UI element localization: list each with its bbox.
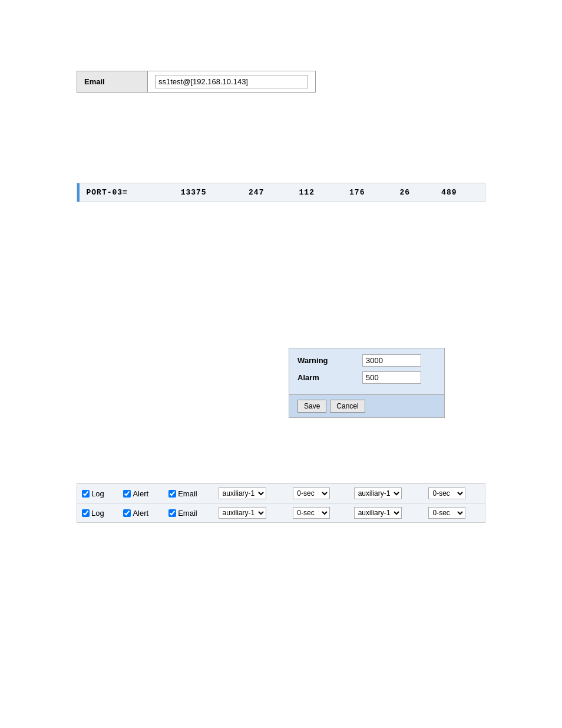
select2-container-2: 0-sec 10-sec 30-sec 60-sec <box>293 507 344 519</box>
time-select-1-1[interactable]: 0-sec 10-sec 30-sec 60-sec <box>293 487 330 499</box>
email-group-2: Email <box>168 509 209 518</box>
email-label: Email <box>77 71 148 93</box>
select1-cell-2: auxiliary-1 auxiliary-2 auxiliary-3 <box>214 503 289 523</box>
select4-cell-2: 0-sec 10-sec 30-sec 60-sec <box>424 503 485 523</box>
time-select-2-1[interactable]: 0-sec 10-sec 30-sec 60-sec <box>428 487 465 499</box>
cancel-button[interactable]: Cancel <box>330 400 365 413</box>
alarm-row: Alarm <box>297 371 436 384</box>
select3-cell-2: auxiliary-1 auxiliary-2 auxiliary-3 <box>349 503 424 523</box>
email-group-1: Email <box>168 489 209 498</box>
auxiliary-select-2-2[interactable]: auxiliary-1 auxiliary-2 auxiliary-3 <box>354 507 402 519</box>
email-cb-label-2: Email <box>178 509 197 518</box>
log-label-2: Log <box>91 509 104 518</box>
port-val-4: 176 <box>342 183 393 202</box>
port-section: PORT-03= 13375 247 112 176 26 489 <box>77 183 485 202</box>
log-cell-1: Log <box>77 484 119 503</box>
select2-container-1: 0-sec 10-sec 30-sec 60-sec <box>293 487 344 499</box>
email-table: Email <box>77 71 316 93</box>
alarm-label: Alarm <box>297 373 362 382</box>
log-checkbox-1[interactable] <box>82 490 90 498</box>
email-input-cell <box>148 71 316 93</box>
email-checkbox-1[interactable] <box>168 490 176 498</box>
select1-container-1: auxiliary-1 auxiliary-2 auxiliary-3 <box>219 487 284 499</box>
select2-cell-1: 0-sec 10-sec 30-sec 60-sec <box>288 484 349 503</box>
alert-group-2: Alert <box>123 509 159 518</box>
select4-cell-1: 0-sec 10-sec 30-sec 60-sec <box>424 484 485 503</box>
save-button[interactable]: Save <box>297 400 326 413</box>
select1-container-2: auxiliary-1 auxiliary-2 auxiliary-3 <box>219 507 284 519</box>
select3-cell-1: auxiliary-1 auxiliary-2 auxiliary-3 <box>349 484 424 503</box>
warning-row: Warning <box>297 354 436 367</box>
log-cell-2: Log <box>77 503 119 523</box>
select3-container-2: auxiliary-1 auxiliary-2 auxiliary-3 <box>354 507 419 519</box>
auxiliary-select-2-1[interactable]: auxiliary-1 auxiliary-2 auxiliary-3 <box>354 487 402 499</box>
warning-input[interactable] <box>362 354 421 367</box>
log-label-1: Log <box>91 489 104 498</box>
alert-checkbox-1[interactable] <box>123 490 131 498</box>
select1-cell-1: auxiliary-1 auxiliary-2 auxiliary-3 <box>214 484 289 503</box>
port-val-2: 247 <box>242 183 292 202</box>
checkbox-row-2: Log Alert Email auxiliary-1 <box>77 503 485 523</box>
alarm-input[interactable] <box>362 371 421 384</box>
alert-checkbox-2[interactable] <box>123 509 131 517</box>
email-section: Email <box>77 71 316 93</box>
checkbox-row-1: Log Alert Email auxiliary-1 <box>77 484 485 503</box>
dialog-box: Warning Alarm Save Cancel <box>289 348 445 418</box>
port-row: PORT-03= 13375 247 112 176 26 489 <box>77 183 485 202</box>
checkbox-table: Log Alert Email auxiliary-1 <box>77 483 485 523</box>
warning-alarm-dialog: Warning Alarm Save Cancel <box>289 348 445 418</box>
select4-container-1: 0-sec 10-sec 30-sec 60-sec <box>428 487 480 499</box>
select3-container-1: auxiliary-1 auxiliary-2 auxiliary-3 <box>354 487 419 499</box>
select2-cell-2: 0-sec 10-sec 30-sec 60-sec <box>288 503 349 523</box>
email-cell-2: Email <box>164 503 213 523</box>
auxiliary-select-1-2[interactable]: auxiliary-1 auxiliary-2 auxiliary-3 <box>219 507 266 519</box>
email-cb-label-1: Email <box>178 489 197 498</box>
alert-label-2: Alert <box>133 509 148 518</box>
port-val-1: 13375 <box>174 183 242 202</box>
email-cell-1: Email <box>164 484 213 503</box>
email-checkbox-2[interactable] <box>168 509 176 517</box>
log-group-2: Log <box>82 509 114 518</box>
dialog-content: Warning Alarm <box>289 348 444 394</box>
port-val-5: 26 <box>393 183 435 202</box>
alert-label-1: Alert <box>133 489 148 498</box>
log-checkbox-2[interactable] <box>82 509 90 517</box>
alert-group-1: Alert <box>123 489 159 498</box>
time-select-2-2[interactable]: 0-sec 10-sec 30-sec 60-sec <box>428 507 465 519</box>
port-val-3: 112 <box>292 183 343 202</box>
port-name: PORT-03= <box>80 183 174 202</box>
log-group-1: Log <box>82 489 114 498</box>
dialog-footer: Save Cancel <box>289 394 444 417</box>
auxiliary-select-1-1[interactable]: auxiliary-1 auxiliary-2 auxiliary-3 <box>219 487 266 499</box>
email-input[interactable] <box>155 75 308 88</box>
checkbox-section: Log Alert Email auxiliary-1 <box>77 483 485 523</box>
select4-container-2: 0-sec 10-sec 30-sec 60-sec <box>428 507 480 519</box>
port-val-6: 489 <box>434 183 485 202</box>
time-select-1-2[interactable]: 0-sec 10-sec 30-sec 60-sec <box>293 507 330 519</box>
alert-cell-1: Alert <box>118 484 164 503</box>
alert-cell-2: Alert <box>118 503 164 523</box>
port-table: PORT-03= 13375 247 112 176 26 489 <box>77 183 485 202</box>
warning-label: Warning <box>297 356 362 365</box>
